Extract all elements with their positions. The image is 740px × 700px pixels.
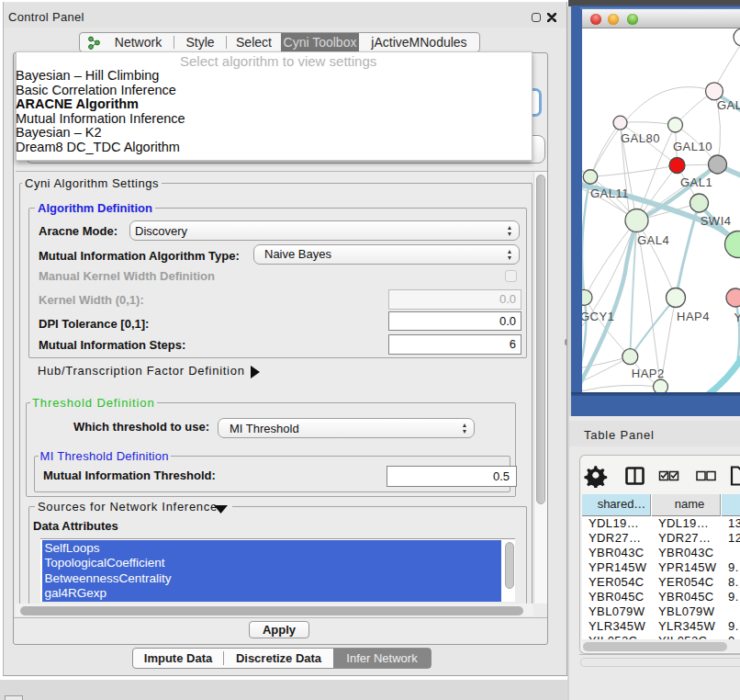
svg-text:GAL11: GAL11 [590, 186, 629, 200]
svg-text:GAL4: GAL4 [637, 233, 669, 247]
svg-text:HAP4: HAP4 [677, 310, 710, 323]
svg-text:GAL80: GAL80 [621, 131, 660, 145]
svg-text:GAL10: GAL10 [673, 140, 712, 153]
svg-text:HAP2: HAP2 [632, 367, 665, 380]
svg-text:GAL7: GAL7 [717, 98, 740, 112]
svg-text:GAL1: GAL1 [680, 175, 712, 189]
svg-text:SWI4: SWI4 [701, 214, 732, 228]
svg-text:GCY1: GCY1 [582, 310, 614, 323]
svg-text:Y: Y [734, 310, 740, 324]
